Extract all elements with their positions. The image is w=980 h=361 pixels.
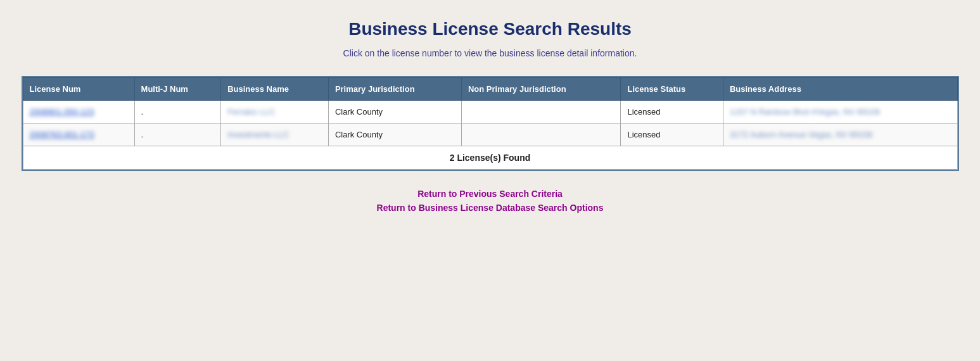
return-search-criteria-link[interactable]: Return to Previous Search Criteria [13,189,967,199]
cell-license-num[interactable]: 2008763.001-173 [23,124,134,146]
results-table-container: License Num Multi-J Num Business Name Pr… [22,76,959,171]
table-header: License Num Multi-J Num Business Name Pr… [23,78,957,101]
return-database-search-link[interactable]: Return to Business License Database Sear… [13,203,967,213]
cell-business-address: 1157 N Rainbow Blvd #Vegas, NV 89108 [723,101,957,124]
table-body: 2008901.050-123.Ferraloc LLCClark County… [23,101,957,170]
cell-business-address: 3172 Auburn Avenue Vegas, NV 89108 [723,124,957,146]
table-row: 2008763.001-173.Investments LLCClark Cou… [23,124,957,146]
col-business-address: Business Address [723,78,957,101]
cell-license-status: Licensed [621,124,723,146]
cell-business-name: Investments LLC [221,124,329,146]
col-license-num: License Num [23,78,134,101]
license-num-link[interactable]: 2008901.050-123 [30,107,94,117]
page-title: Business License Search Results [13,19,967,39]
col-business-name: Business Name [221,78,329,101]
license-num-link[interactable]: 2008763.001-173 [30,130,94,139]
cell-license-status: Licensed [621,101,723,124]
links-section: Return to Previous Search Criteria Retur… [13,189,967,213]
cell-license-num[interactable]: 2008901.050-123 [23,101,134,124]
cell-non-primary-jurisdiction [461,124,620,146]
licenses-found-label: 2 License(s) Found [23,146,957,170]
table-row: 2008901.050-123.Ferraloc LLCClark County… [23,101,957,124]
col-primary-jurisdiction: Primary Jurisdiction [328,78,461,101]
col-license-status: License Status [621,78,723,101]
cell-multi-j: . [134,101,221,124]
cell-primary-jurisdiction: Clark County [328,101,461,124]
page-subtitle: Click on the license number to view the … [13,48,967,58]
cell-non-primary-jurisdiction [461,101,620,124]
cell-business-name: Ferraloc LLC [221,101,329,124]
results-table: License Num Multi-J Num Business Name Pr… [23,77,958,170]
cell-multi-j: . [134,124,221,146]
cell-primary-jurisdiction: Clark County [328,124,461,146]
col-non-primary-jurisdiction: Non Primary Jurisdiction [461,78,620,101]
table-footer-row: 2 License(s) Found [23,146,957,170]
col-multi-j: Multi-J Num [134,78,221,101]
